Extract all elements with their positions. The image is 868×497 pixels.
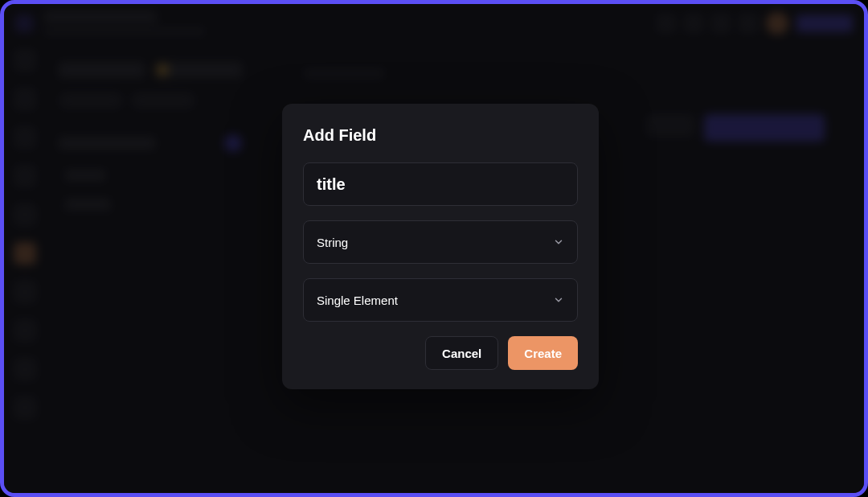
- add-field-modal: Add Field String Single Element Cancel C…: [282, 104, 599, 389]
- field-name-input[interactable]: [303, 162, 578, 206]
- create-button[interactable]: Create: [508, 336, 578, 370]
- field-cardinality-select[interactable]: Single Element: [303, 278, 578, 322]
- field-type-value: String: [317, 236, 348, 249]
- modal-title: Add Field: [303, 126, 578, 145]
- modal-actions: Cancel Create: [303, 336, 578, 370]
- field-cardinality-value: Single Element: [317, 294, 398, 307]
- field-type-select[interactable]: String: [303, 220, 578, 264]
- chevron-down-icon: [553, 294, 564, 306]
- chevron-down-icon: [553, 236, 564, 248]
- cancel-button[interactable]: Cancel: [425, 336, 498, 370]
